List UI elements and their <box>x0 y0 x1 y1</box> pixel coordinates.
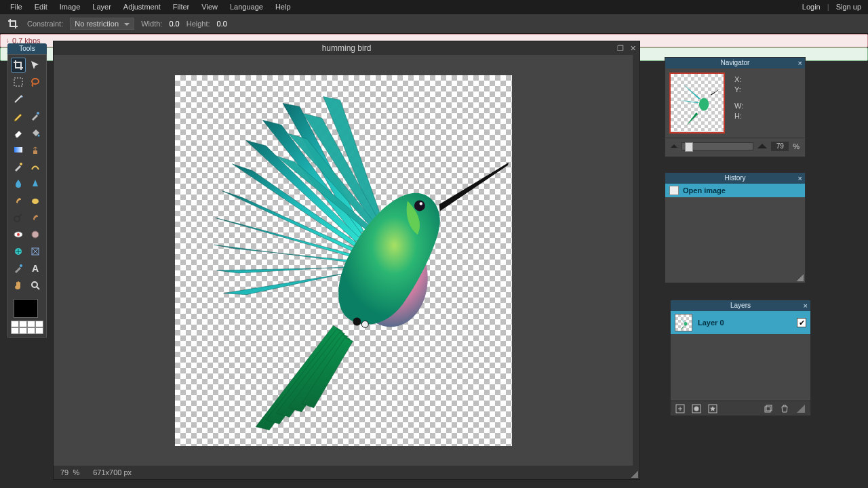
svg-point-22 <box>699 98 709 110</box>
layer-row[interactable]: Layer 0 ✔ <box>671 311 810 334</box>
height-value[interactable]: 0.0 <box>217 20 227 28</box>
status-dimensions: 671x700 px <box>93 468 132 476</box>
signup-link[interactable]: Sign up <box>833 3 864 11</box>
menu-help[interactable]: Help <box>269 0 297 14</box>
crop-tool[interactable] <box>11 58 26 73</box>
bloat-tool[interactable] <box>11 244 26 259</box>
sponge-tool[interactable] <box>28 193 43 208</box>
menu-edit[interactable]: Edit <box>28 0 54 14</box>
marquee-tool[interactable] <box>11 75 26 89</box>
draw-tool[interactable] <box>28 159 43 174</box>
svg-point-14 <box>20 264 22 267</box>
menu-layer[interactable]: Layer <box>86 0 117 14</box>
menu-view[interactable]: View <box>195 0 224 14</box>
svg-point-3 <box>38 135 40 137</box>
navigator-info: X: Y: W: H: <box>734 73 743 134</box>
picker-tool[interactable] <box>11 261 26 276</box>
nav-h-label: H: <box>734 112 743 120</box>
new-layer-icon[interactable] <box>675 403 686 414</box>
layer-mask-icon[interactable] <box>691 403 702 414</box>
zoom-tool[interactable] <box>28 278 43 293</box>
zoom-value[interactable]: 79 <box>771 142 789 151</box>
menu-language[interactable]: Language <box>224 0 269 14</box>
layer-style-icon[interactable] <box>707 403 718 414</box>
history-list: Open image <box>665 184 805 197</box>
layers-header[interactable]: Layers × <box>671 300 810 311</box>
layer-thumbnail[interactable] <box>675 314 692 331</box>
svg-point-26 <box>694 406 699 411</box>
duplicate-layer-icon[interactable] <box>763 403 774 414</box>
bucket-tool[interactable] <box>28 125 43 140</box>
canvas[interactable] <box>175 75 512 446</box>
empty1[interactable] <box>28 92 43 106</box>
document-statusbar: 79 % 671x700 px <box>54 466 639 479</box>
nav-w-label: W: <box>734 102 743 110</box>
menu-adjustment[interactable]: Adjustment <box>117 0 167 14</box>
history-header[interactable]: History × <box>665 173 805 184</box>
clone-tool[interactable] <box>28 142 43 157</box>
hand-tool[interactable] <box>11 278 26 293</box>
smudge-tool[interactable] <box>11 193 26 208</box>
svg-point-8 <box>14 216 20 222</box>
eraser-tool[interactable] <box>11 125 26 140</box>
layers-footer <box>671 401 810 415</box>
svg-rect-28 <box>765 407 770 412</box>
navigator-zoom-bar: 79 % <box>665 138 805 154</box>
zoom-in-icon[interactable] <box>757 144 767 148</box>
vertical-scrollbar[interactable] <box>633 55 639 466</box>
open-image-icon <box>669 186 679 195</box>
resize-handle-icon[interactable] <box>795 403 806 414</box>
layer-visibility-checkbox[interactable]: ✔ <box>797 318 806 327</box>
svg-point-6 <box>20 163 22 165</box>
wand-tool[interactable] <box>11 92 26 106</box>
svg-point-23 <box>684 322 687 326</box>
redeye-tool[interactable] <box>11 227 26 242</box>
menu-file[interactable]: File <box>4 0 28 14</box>
spot-tool[interactable] <box>28 227 43 242</box>
option-bar: Constraint: No restriction Width: 0.0 He… <box>0 14 868 34</box>
swatch-palette[interactable] <box>11 321 43 334</box>
burn-tool[interactable] <box>28 210 43 225</box>
gradient-tool[interactable] <box>11 142 26 157</box>
document-titlebar[interactable]: humming bird ❐ ✕ <box>54 41 639 55</box>
menubar: File Edit Image Layer Adjustment Filter … <box>0 0 868 14</box>
constraint-dropdown[interactable]: No restriction <box>70 18 134 30</box>
menu-filter[interactable]: Filter <box>167 0 195 14</box>
navigator-header[interactable]: Navigator × <box>665 58 805 68</box>
crop-icon <box>5 16 20 31</box>
close-icon[interactable]: × <box>798 173 802 184</box>
menu-image[interactable]: Image <box>54 0 87 14</box>
resize-handle-icon[interactable] <box>631 471 638 478</box>
image-content <box>175 75 512 446</box>
close-icon[interactable]: × <box>798 58 802 68</box>
type-tool[interactable]: A <box>28 261 43 276</box>
blur-tool[interactable] <box>11 176 26 191</box>
width-value[interactable]: 0.0 <box>169 20 179 28</box>
pinch-tool[interactable] <box>28 244 43 259</box>
dodge-tool[interactable] <box>11 210 26 225</box>
foreground-color[interactable] <box>14 299 38 318</box>
pencil-tool[interactable] <box>11 108 26 123</box>
brush-tool[interactable] <box>28 108 43 123</box>
move-tool[interactable] <box>28 58 43 73</box>
delete-layer-icon[interactable] <box>779 403 790 414</box>
svg-point-18 <box>414 200 425 211</box>
navigator-thumbnail[interactable] <box>669 73 725 134</box>
maximize-icon[interactable]: ❐ <box>616 44 625 52</box>
svg-point-16 <box>32 282 37 287</box>
color-swatch[interactable] <box>11 299 43 334</box>
history-item[interactable]: Open image <box>665 184 805 197</box>
status-zoom: 79 % <box>60 468 79 476</box>
close-icon[interactable]: × <box>804 300 808 311</box>
zoom-out-icon[interactable] <box>671 144 677 148</box>
sharpen-tool[interactable] <box>28 176 43 191</box>
colorreplace-tool[interactable] <box>11 159 26 174</box>
svg-point-7 <box>32 199 39 204</box>
canvas-viewport[interactable] <box>54 55 633 466</box>
document-title: humming bird <box>322 43 372 53</box>
resize-handle-icon[interactable] <box>797 274 804 281</box>
login-link[interactable]: Login <box>800 3 823 11</box>
lasso-tool[interactable] <box>28 75 43 89</box>
zoom-slider[interactable] <box>682 142 753 150</box>
close-icon[interactable]: ✕ <box>629 44 637 52</box>
